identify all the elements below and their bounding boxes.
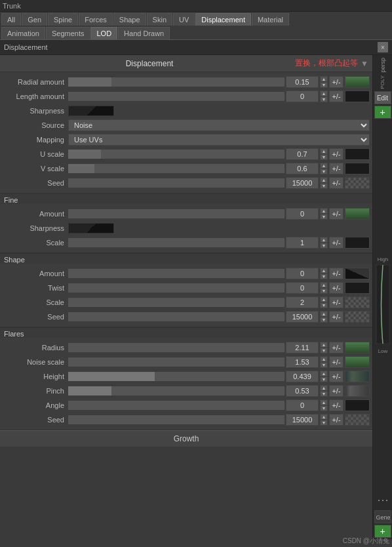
shape-twist-slider[interactable]: [68, 283, 284, 293]
tab-spine[interactable]: Spine: [48, 13, 78, 26]
tab-gen[interactable]: Gen: [22, 13, 47, 26]
v-scale-up[interactable]: ▲: [320, 163, 328, 169]
length-amount-plusminus[interactable]: +/-: [329, 91, 343, 102]
close-button[interactable]: ×: [378, 42, 388, 52]
shape-amount-plusminus[interactable]: +/-: [329, 268, 343, 279]
flares-radius-down[interactable]: ▼: [320, 348, 328, 354]
flares-height-plusminus[interactable]: +/-: [329, 371, 343, 382]
shape-seed-spinner[interactable]: ▲ ▼: [320, 311, 328, 323]
tab-hand-drawn[interactable]: Hand Drawn: [118, 27, 170, 39]
flares-height-down[interactable]: ▼: [320, 376, 328, 382]
flares-angle-down[interactable]: ▼: [320, 405, 328, 411]
fine-amount-down[interactable]: ▼: [320, 214, 328, 220]
displacement-seed-slider[interactable]: [68, 178, 284, 188]
shape-twist-down[interactable]: ▼: [320, 288, 328, 294]
flares-height-swatch[interactable]: [345, 371, 370, 382]
tab-displacement[interactable]: Displacement: [195, 13, 251, 26]
displacement-seed-value[interactable]: 15000: [286, 177, 319, 189]
fine-amount-plusminus[interactable]: +/-: [329, 208, 343, 220]
add-button[interactable]: +: [374, 106, 391, 119]
shape-scale-spinner[interactable]: ▲ ▼: [320, 296, 328, 308]
displacement-sharpness-swatch[interactable]: [68, 106, 114, 116]
fine-amount-up[interactable]: ▲: [320, 208, 328, 214]
tab-skin[interactable]: Skin: [147, 13, 172, 26]
flares-angle-slider[interactable]: [68, 401, 284, 410]
flares-seed-up[interactable]: ▲: [320, 414, 328, 420]
radial-amount-swatch[interactable]: [345, 76, 370, 88]
radial-amount-value[interactable]: 0.15: [286, 76, 319, 88]
flares-radius-swatch[interactable]: [345, 342, 370, 354]
radial-amount-slider[interactable]: [68, 77, 284, 87]
tab-forces[interactable]: Forces: [79, 13, 113, 26]
shape-amount-slider[interactable]: [68, 269, 284, 278]
v-scale-slider[interactable]: [68, 164, 284, 173]
length-amount-value[interactable]: 0: [286, 91, 319, 102]
fine-scale-plusminus[interactable]: +/-: [329, 237, 343, 249]
flares-seed-plusminus[interactable]: +/-: [329, 414, 343, 426]
flares-angle-up[interactable]: ▲: [320, 399, 328, 405]
shape-twist-plusminus[interactable]: +/-: [329, 282, 343, 294]
shape-twist-value[interactable]: 0: [286, 282, 319, 294]
v-scale-spinner[interactable]: ▲ ▼: [320, 163, 328, 174]
gene-add-button[interactable]: +: [374, 525, 391, 538]
flares-noise-scale-down[interactable]: ▼: [320, 362, 328, 368]
u-scale-plusminus[interactable]: +/-: [329, 148, 343, 160]
length-amount-down[interactable]: ▼: [320, 96, 328, 102]
fine-amount-slider[interactable]: [68, 209, 284, 218]
shape-seed-swatch[interactable]: [345, 311, 370, 323]
flares-seed-value[interactable]: 15000: [286, 414, 319, 426]
flares-height-up[interactable]: ▲: [320, 371, 328, 376]
shape-twist-spinner[interactable]: ▲ ▼: [320, 282, 328, 294]
flares-noise-scale-swatch[interactable]: [345, 356, 370, 368]
flares-noise-scale-value[interactable]: 1.53: [286, 356, 319, 368]
shape-scale-down[interactable]: ▼: [320, 302, 328, 308]
flares-noise-scale-plusminus[interactable]: +/-: [329, 356, 343, 368]
flares-radius-value[interactable]: 2.11: [286, 342, 319, 354]
flares-radius-slider[interactable]: [68, 343, 284, 352]
tab-animation[interactable]: Animation: [1, 27, 45, 39]
fine-amount-value[interactable]: 0: [286, 208, 319, 220]
dropdown-arrow-icon[interactable]: ▼: [361, 59, 368, 68]
radial-amount-down[interactable]: ▼: [320, 82, 328, 88]
flares-noise-scale-slider[interactable]: [68, 357, 284, 367]
fine-amount-swatch[interactable]: [345, 208, 370, 220]
radial-amount-up[interactable]: ▲: [320, 76, 328, 82]
flares-height-slider[interactable]: [68, 372, 284, 381]
displacement-seed-down[interactable]: ▼: [320, 183, 328, 189]
u-scale-value[interactable]: 0.7: [286, 148, 319, 160]
flares-angle-swatch[interactable]: [345, 399, 370, 411]
flares-angle-value[interactable]: 0: [286, 399, 319, 411]
flares-height-spinner[interactable]: ▲ ▼: [320, 371, 328, 382]
radial-amount-plusminus[interactable]: +/-: [329, 76, 343, 88]
length-amount-up[interactable]: ▲: [320, 91, 328, 96]
fine-amount-spinner[interactable]: ▲ ▼: [320, 208, 328, 220]
u-scale-down[interactable]: ▼: [320, 154, 328, 160]
length-amount-swatch[interactable]: [345, 91, 370, 102]
v-scale-swatch[interactable]: [345, 163, 370, 174]
tab-segments[interactable]: Segments: [46, 27, 90, 39]
u-scale-up[interactable]: ▲: [320, 148, 328, 154]
length-amount-spinner[interactable]: ▲ ▼: [320, 91, 328, 102]
fine-sharpness-swatch[interactable]: [68, 223, 114, 233]
shape-seed-down[interactable]: ▼: [320, 317, 328, 323]
shape-twist-up[interactable]: ▲: [320, 282, 328, 288]
flares-pinch-slider[interactable]: [68, 386, 284, 395]
shape-seed-plusminus[interactable]: +/-: [329, 311, 343, 323]
mapping-select[interactable]: Use UVs: [68, 134, 370, 146]
flares-radius-spinner[interactable]: ▲ ▼: [320, 342, 328, 354]
fine-scale-up[interactable]: ▲: [320, 237, 328, 243]
shape-scale-swatch[interactable]: [345, 296, 370, 308]
flares-angle-spinner[interactable]: ▲ ▼: [320, 399, 328, 411]
shape-amount-up[interactable]: ▲: [320, 268, 328, 274]
shape-amount-value[interactable]: 0: [286, 268, 319, 279]
growth-bar[interactable]: Growth: [0, 430, 372, 447]
length-amount-slider[interactable]: [68, 92, 284, 101]
fine-scale-value[interactable]: 1: [286, 237, 319, 249]
shape-twist-swatch[interactable]: [345, 282, 370, 294]
displacement-seed-plusminus[interactable]: +/-: [329, 177, 343, 189]
flares-angle-plusminus[interactable]: +/-: [329, 399, 343, 411]
tab-all[interactable]: All: [1, 13, 21, 26]
u-scale-swatch[interactable]: [345, 148, 370, 160]
flares-seed-spinner[interactable]: ▲ ▼: [320, 414, 328, 426]
shape-scale-up[interactable]: ▲: [320, 296, 328, 302]
